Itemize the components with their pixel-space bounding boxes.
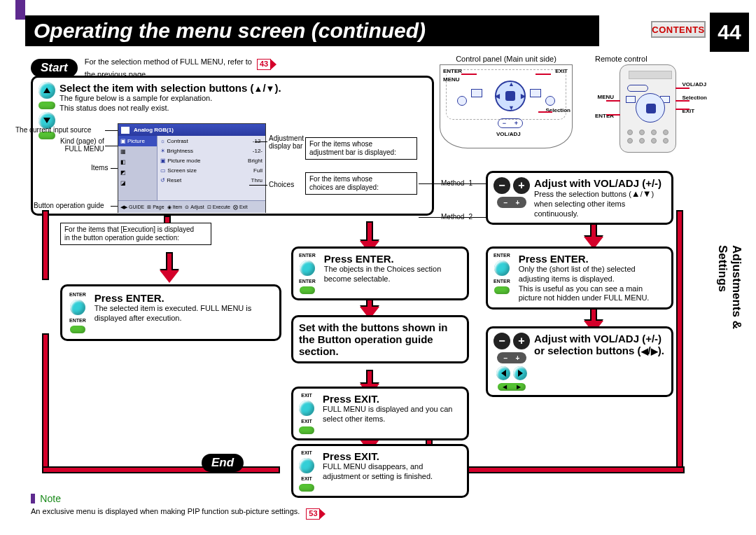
leader-kind-page: Kind (page) of FULL MENU bbox=[60, 137, 104, 153]
mid-enter-heading: Press ENTER. bbox=[324, 253, 461, 265]
note-text-row: An exclusive menu is displayed when maki… bbox=[31, 507, 326, 520]
voladj-box: −+ −+ Adjust with VOL/ADJ (+/-) Press th… bbox=[486, 171, 673, 225]
leader-current-input: The current input source bbox=[15, 126, 91, 134]
leader-button-guide: Button operation guide bbox=[34, 202, 104, 209]
leader-adj-bar: Adjustment display bar bbox=[269, 134, 304, 150]
leader-choices: Choices bbox=[269, 181, 294, 188]
voladj-button-icon: −+ −+ bbox=[493, 177, 530, 208]
page-number: 44 bbox=[710, 13, 749, 52]
step1-heading: Select the item with selection buttons (… bbox=[59, 82, 281, 94]
menu-sample: Analog RGB(1) ▣Picture ▦ ◧ ◩ ◪ ☼ Contras… bbox=[118, 123, 266, 213]
note-accent-icon bbox=[31, 494, 35, 503]
choices-condition-text: For the items whose choices are displaye… bbox=[309, 175, 379, 191]
menu-sample-title: Analog RGB(1) bbox=[134, 127, 174, 133]
mid-exit2-heading: Press EXIT. bbox=[323, 450, 461, 462]
right-adj2-heading: Adjust with VOL/ADJ (+/-) or selection b… bbox=[534, 333, 666, 356]
note-row: Note bbox=[31, 493, 61, 504]
adj-bar-condition: For the items whose adjustment bar is di… bbox=[305, 137, 417, 160]
page-ref-43-num: 43 bbox=[257, 59, 271, 70]
step1-note1: The figure below is a sample for explana… bbox=[59, 94, 281, 104]
rc-lbl-voladj: VOL/ADJ bbox=[682, 81, 707, 88]
page-ref-arrow-icon bbox=[270, 59, 276, 70]
cp-dpad: ▲ ▼ ◀ ▶ bbox=[495, 81, 526, 111]
mid-enter-desc: The objects in the Choices section becom… bbox=[324, 265, 461, 284]
menu-sample-source-icon bbox=[121, 127, 130, 134]
enter-button-icon-3: ENTERENTER bbox=[493, 253, 510, 294]
note-label: Note bbox=[40, 493, 61, 504]
exec-condition-box: For the items that [Execution] is displa… bbox=[60, 223, 211, 245]
menu-sample-statusbar: ◀▶ GUIDE ⊞ Page ◉ Item ⊙ Adjust ⊡ Execut… bbox=[118, 200, 265, 213]
right-enter-desc: Only the (short list of the) selected ad… bbox=[519, 265, 666, 303]
rc-lbl-menu: MENU bbox=[595, 94, 614, 100]
cp-lbl-selection: Selection bbox=[545, 107, 570, 113]
adj2-button-icons: −+ −+ ◀▶ bbox=[493, 333, 530, 391]
page-accent-bar bbox=[15, 0, 25, 20]
cp-vol-button: −+ bbox=[498, 118, 523, 128]
end-badge: End bbox=[202, 454, 244, 472]
voladj-heading: Adjust with VOL/ADJ (+/-) bbox=[534, 177, 666, 189]
start-refer-a: For the selection method of FULL MENU, r… bbox=[85, 57, 252, 66]
page-title-bar: Operating the menu screen (continued) bbox=[25, 15, 599, 46]
step1-note2: This status does not really exist. bbox=[59, 104, 281, 113]
remote-title: Remote control bbox=[595, 55, 707, 63]
step1-heading-b: ). bbox=[274, 82, 281, 94]
mid-exit1-box: EXITEXIT Press EXIT. FULL MENU is displa… bbox=[291, 387, 469, 440]
right-enter-box: ENTERENTER Press ENTER. Only the (short … bbox=[486, 246, 673, 310]
enter-button-icon-2: ENTERENTER bbox=[299, 253, 316, 294]
control-panel-diagram: Control panel (Main unit side) ▲ ▼ ◀ ▶ −… bbox=[440, 55, 573, 148]
cp-lbl-voladj: VOL/ADJ bbox=[496, 131, 521, 137]
exec-enter-box: ENTER ENTER Press ENTER. The selected it… bbox=[60, 284, 281, 341]
cp-lbl-menu: MENU bbox=[443, 76, 460, 83]
page-title: Operating the menu screen (continued) bbox=[34, 19, 426, 43]
mid-exit1-desc: FULL MENU is displayed and you can selec… bbox=[323, 405, 461, 424]
start-badge: Start bbox=[31, 59, 78, 77]
contents-button[interactable]: CONTENTS bbox=[651, 21, 706, 38]
mid-enter-box: ENTERENTER Press ENTER. The objects in t… bbox=[291, 246, 469, 300]
cp-lbl-enter: ENTER bbox=[443, 68, 462, 74]
step1-heading-a: Select the item with selection buttons ( bbox=[59, 82, 254, 94]
menu-sample-pages: ▣Picture ▦ ◧ ◩ ◪ bbox=[118, 136, 158, 200]
note-text: An exclusive menu is displayed when maki… bbox=[31, 507, 300, 515]
end-badge-wrap: End bbox=[202, 454, 244, 472]
page-ref-53-num: 53 bbox=[306, 508, 320, 520]
exec-enter-heading: Press ENTER. bbox=[94, 292, 272, 304]
cp-frame: ▲ ▼ ◀ ▶ −+ ENTER EXIT MENU Selection VOL… bbox=[440, 64, 573, 148]
section-side-tab-label: Adjustments & Settings bbox=[715, 245, 743, 329]
menu-sample-items: ☼ Contrast-12- ☀ Brightness-12- ▣ Pictur… bbox=[158, 136, 265, 200]
mid-set-box: Set with the buttons shown in the Button… bbox=[291, 315, 469, 363]
remote-diagram: Remote control MENU ENTER VOL/ADJ Select… bbox=[595, 55, 707, 153]
mid-exit2-desc: FULL MENU disappears, and adjustment or … bbox=[323, 462, 461, 482]
exit-button-icon: EXITEXIT bbox=[299, 393, 314, 434]
voladj-desc: Press the selection buttons (▲/▼) when s… bbox=[534, 189, 666, 218]
right-enter-heading: Press ENTER. bbox=[519, 253, 666, 265]
choices-condition: For the items whose choices are displaye… bbox=[305, 172, 417, 195]
menu-sample-page-0: Picture bbox=[127, 138, 145, 144]
exec-condition-text: For the items that [Execution] is displa… bbox=[64, 225, 194, 242]
adj-bar-condition-text: For the items whose adjustment bar is di… bbox=[309, 140, 396, 156]
page-ref-53[interactable]: 53 bbox=[306, 508, 326, 520]
page-ref-43[interactable]: 43 bbox=[257, 59, 276, 70]
exit-button-icon-2: EXITEXIT bbox=[299, 450, 314, 492]
right-adj2-box: −+ −+ ◀▶ Adjust with VOL/ADJ (+/-) or se… bbox=[486, 326, 673, 397]
exec-enter-desc: The selected item is executed. FULL MENU… bbox=[94, 304, 272, 324]
leader-items: Items bbox=[91, 164, 108, 172]
mid-set-heading: Set with the buttons shown in the Button… bbox=[299, 321, 461, 357]
cp-lbl-exit: EXIT bbox=[555, 68, 568, 74]
mid-exit2-box: EXITEXIT Press EXIT. FULL MENU disappear… bbox=[291, 444, 469, 498]
cp-diagram-title: Control panel (Main unit side) bbox=[440, 55, 573, 63]
mid-exit1-heading: Press EXIT. bbox=[323, 393, 461, 405]
remote-body bbox=[620, 64, 676, 153]
enter-button-icon: ENTER ENTER bbox=[69, 292, 86, 333]
section-side-tab: Adjustments & Settings bbox=[710, 224, 749, 350]
page-ref-arrow-icon-2 bbox=[319, 508, 326, 520]
